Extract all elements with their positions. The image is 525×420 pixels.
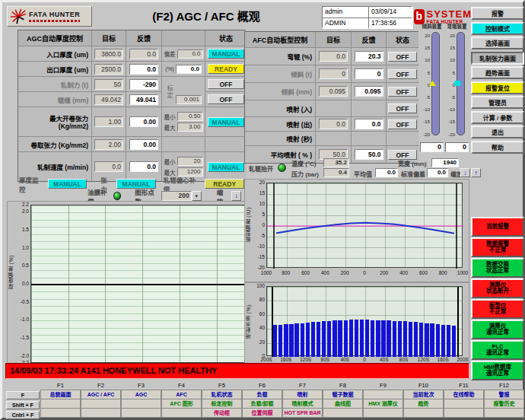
page-title: (F2) AGC / AFC 概观 [95,8,317,24]
status-indicator[interactable]: PLC 通讯正常 [471,340,524,360]
x-tick: 800 [433,270,453,275]
profile-zoom-out-button[interactable]: ↓ [460,168,470,177]
spray-out-target-field[interactable]: 0.0 [319,119,348,129]
fkey-f10-ctrl[interactable] [403,408,444,418]
tilt-mm-status-chip[interactable]: OFF [388,87,417,97]
fkey-row-ctrl[interactable]: Cntrl + F [6,411,40,419]
status-indicator[interactable]: 数据交换 状态正常 [471,258,524,278]
agc-footer: 厚度监控 MANUAL 张力 MANUAL 轧辊偏心补偿 READY [19,178,244,189]
dropdown-arrow-icon[interactable]: ▼ [192,191,202,201]
uncoil-target-field[interactable]: 1.00 [94,116,123,127]
spray-in-status-chip[interactable]: OFF [388,103,417,113]
gauge-tick: 20 [425,33,430,38]
bend-gauge[interactable]: 20151050-5-10-15-20 [445,30,469,138]
fkey-f12-ctrl[interactable] [484,408,524,418]
gauge-tick: 10 [425,58,430,62]
points-value[interactable]: 200 [161,191,192,201]
fkey-f2-ctrl[interactable] [81,408,121,418]
sidebar-nav-button[interactable]: 计算 / 参数 [471,111,524,124]
y-tick: 2.0 [12,208,29,214]
status-indicator[interactable]: 测厚仪 状态断开 [471,278,524,298]
brand-name: SYSTEM [427,10,472,19]
sidebar-nav-button[interactable]: 报警复位 [471,81,524,94]
std-dev-field: 0.0 [427,168,448,177]
spray-out-status-chip[interactable]: OFF [388,119,417,129]
y-tick: 40 [248,325,265,330]
recoil-target-field[interactable]: 2.00 [94,139,123,150]
tilt-gauge-label: 倾斜装置 [420,22,444,30]
mill-info-block: 轧辊抬开 温度 (°C) 35.2 压力 (bar) 0.4 宽度 (mm) 1… [244,158,469,179]
bend-gauge-marker[interactable] [454,81,461,86]
fkey-f9-ctrl[interactable] [363,408,403,418]
tilt-mm-feedback-field: 0.095 [355,86,383,97]
status-indicator[interactable]: 当前报警 [471,217,524,237]
spray-bar [414,322,418,357]
entry-target-field[interactable]: 3800.0 [94,49,123,59]
status-indicator[interactable]: 测厚仪 通讯正常 [471,320,524,339]
zoom-out-button[interactable]: ↓ [231,191,242,201]
tilt-gauge[interactable]: 20151050-5-10-15-20 [420,30,444,138]
sidebar-nav-button[interactable]: 趋势画面 [471,66,524,79]
recoil-feedback-field: 0.00 [129,139,158,150]
status-stack: 当前报警数据报警 不正常数据交换 状态正常测厚仪 状态断开板型仪 不正常测厚仪 … [471,217,524,380]
y-tick: 0 [248,222,265,228]
fkey-grid: F1总貌画面F2AGC / AFCF3AGCF4AFCAFC 图形F5轧机状态标… [40,381,525,418]
exit-target-field[interactable]: 2500.0 [94,64,123,75]
tilt-t-status-chip[interactable]: OFF [388,69,417,79]
pressure-label: 压力 (bar) [291,170,319,178]
status-indicator[interactable]: HMI数据库 通讯正常 [471,361,524,380]
profile-zoom-in-button[interactable]: ↑ [471,168,481,177]
thickness-monitor-status[interactable]: MANUAL [48,179,88,189]
exit-feedback-field: 0.0 [129,64,158,75]
fkey-f3-ctrl[interactable] [121,408,161,418]
sidebar-nav-button[interactable]: 选择画面 [471,37,524,49]
speed-status-chip[interactable]: MANUAL [208,162,244,172]
fkey-row-shift[interactable]: Shift + F [6,401,40,409]
gauge-tick: -20 [423,132,430,137]
y-tick: 100 [248,283,265,288]
uncoil-status-chip[interactable]: MANUAL [208,117,244,127]
agc-row-label: 出口厚度 (um) [18,62,91,76]
bend-status-chip[interactable]: OFF [388,52,417,62]
gauge-tick: -10 [423,107,430,112]
alarm-banner[interactable]: 14/09/03 17:33:24 A141 HONEYWELL NOT HEA… [5,363,469,379]
spray-bar [387,320,390,357]
agc-col-target: 目标 [92,30,126,46]
roll-open-label: 轧辊抬开 [249,164,273,173]
fkey-f5-ctrl[interactable]: 传动柜 [202,408,242,418]
status-indicator[interactable]: 数据报警 不正常 [471,237,524,257]
spray-bar [273,325,277,357]
sidebar-nav-button[interactable]: 退出 [471,126,524,138]
sidebar-nav-button[interactable]: 管理员 [471,96,524,109]
status-indicator[interactable]: 板型仪 不正常 [471,299,524,319]
gap-status-chip[interactable]: OFF [208,94,244,104]
fkey-f4-ctrl[interactable] [161,408,202,418]
sidebar-nav-button[interactable]: 报警 [471,7,524,20]
points-dropdown[interactable]: 200 ▼ [161,191,202,201]
fkey-row-f[interactable]: F [6,391,40,399]
spray-plot[interactable] [266,286,463,356]
fkey-f8-ctrl[interactable] [323,408,363,418]
flatness-plot[interactable] [266,183,463,268]
afc-row-label: 喷射 (出) [245,117,315,131]
spray-bar [278,325,282,357]
agc-col-feedback: 反馈 [126,30,161,46]
fkey-f6-ctrl[interactable]: 位置伺服 [242,408,282,418]
strip-edge-line [457,287,459,357]
speed-target-field[interactable]: 0.0 [94,161,123,172]
tilt-gauge-ticks: 20151050-5-10-15-20 [420,30,431,138]
fkey-column: F4AFCAFC 图形 [161,381,202,418]
exit-status-chip[interactable]: READY [208,64,244,74]
force-status-chip[interactable]: OFF [208,79,244,89]
fkey-f11-ctrl[interactable] [444,408,484,418]
sidebar-nav-button[interactable]: 帮助 [471,141,524,154]
sidebar-nav-button[interactable]: 控制模式 [471,22,524,35]
gauge-tick: 0 [428,83,430,88]
bend-target-field[interactable]: 0.0 [319,51,348,62]
entry-status-chip[interactable]: MANUAL [208,49,244,59]
sidebar-nav-button[interactable]: 轧制张力画面 [471,52,524,65]
x-tick: 160S [276,357,296,362]
fkey-f7-ctrl[interactable]: HOT SPR BAR [282,408,323,418]
thickness-trend-plot[interactable] [30,205,253,363]
fkey-f1-ctrl[interactable] [40,408,81,418]
